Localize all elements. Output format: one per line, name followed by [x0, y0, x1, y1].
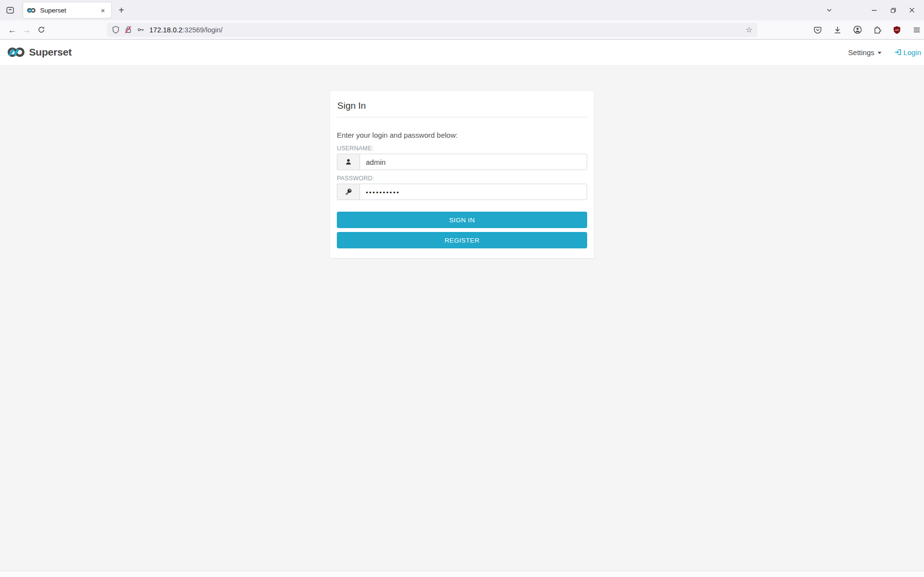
forward-arrow-icon: →	[22, 26, 31, 34]
password-input-group	[337, 184, 587, 200]
pocket-icon	[813, 26, 822, 34]
downloads-button[interactable]	[830, 23, 845, 37]
account-icon	[853, 25, 862, 34]
download-icon	[833, 26, 842, 34]
superset-favicon-icon	[27, 7, 36, 14]
key-icon	[345, 188, 352, 196]
browser-tab-superset[interactable]: Superset ×	[23, 2, 111, 18]
username-addon	[337, 154, 360, 170]
minimize-icon	[870, 6, 878, 14]
browser-window: Superset × +	[0, 0, 924, 577]
header-nav: Settings Login	[848, 48, 921, 57]
ublock-origin-button[interactable]: uO	[890, 23, 904, 37]
tab-title: Superset	[40, 7, 98, 14]
back-arrow-icon: ←	[8, 26, 16, 34]
register-button[interactable]: REGISTER	[337, 232, 587, 248]
firefox-view-icon	[6, 6, 14, 14]
site-header: Superset Settings Login	[0, 40, 924, 65]
list-all-tabs-button[interactable]	[823, 4, 836, 16]
sign-in-button[interactable]: SIGN IN	[337, 212, 587, 228]
forward-button[interactable]: →	[19, 23, 34, 37]
restore-window-icon	[890, 7, 897, 14]
firefox-view-button[interactable]	[3, 3, 17, 17]
close-icon	[908, 6, 916, 14]
page-content: Sign In Enter your login and password be…	[0, 65, 924, 577]
tracking-protection-shield-icon[interactable]	[112, 26, 120, 34]
close-icon: ×	[101, 6, 105, 14]
hamburger-menu-icon	[912, 26, 921, 34]
user-icon	[345, 158, 352, 166]
ublock-label: uO	[895, 28, 899, 31]
chevron-down-icon	[825, 6, 833, 14]
password-label: PASSWORD:	[337, 175, 587, 182]
extensions-button[interactable]	[870, 23, 884, 37]
superset-logo-icon	[6, 46, 27, 58]
panel-title: Sign In	[337, 98, 587, 111]
tab-bar: Superset × +	[0, 0, 924, 20]
instruction-text: Enter your login and password below:	[337, 131, 587, 139]
settings-label: Settings	[848, 48, 874, 57]
sign-in-panel: Sign In Enter your login and password be…	[330, 90, 594, 259]
sign-in-form: Enter your login and password below: USE…	[337, 117, 587, 251]
reload-button[interactable]	[34, 23, 48, 37]
bookmark-star-button[interactable]: ☆	[746, 25, 752, 34]
password-addon	[337, 184, 360, 200]
username-label: USERNAME:	[337, 145, 587, 152]
plus-icon: +	[118, 5, 124, 16]
username-input-group	[337, 154, 587, 170]
save-to-pocket-button[interactable]	[810, 23, 825, 37]
superset-brand[interactable]: Superset	[6, 46, 72, 58]
username-input[interactable]	[360, 154, 587, 170]
star-icon: ☆	[746, 26, 752, 34]
caret-down-icon	[878, 52, 881, 54]
minimize-button[interactable]	[868, 4, 881, 16]
navigation-toolbar: ← →	[0, 20, 924, 40]
puzzle-piece-icon	[873, 26, 881, 34]
settings-menu[interactable]: Settings	[848, 48, 881, 57]
window-controls	[823, 4, 918, 16]
ublock-shield-icon: uO	[893, 26, 901, 34]
tab-close-button[interactable]: ×	[98, 5, 108, 15]
maximize-button[interactable]	[887, 4, 899, 16]
insecure-lock-icon[interactable]	[124, 26, 132, 34]
page-footer	[0, 571, 924, 577]
url-path: :32569/login/	[183, 26, 223, 34]
new-tab-button[interactable]: +	[114, 3, 129, 17]
back-button[interactable]: ←	[5, 23, 19, 37]
close-window-button[interactable]	[906, 4, 918, 16]
url-bar[interactable]: 172.18.0.2:32569/login/ ☆	[107, 23, 757, 37]
sign-in-icon	[894, 48, 902, 56]
account-button[interactable]	[850, 23, 865, 37]
reload-icon	[37, 26, 45, 34]
login-link[interactable]: Login	[894, 48, 921, 57]
brand-title: Superset	[29, 46, 72, 58]
toolbar-actions: uO	[810, 23, 924, 37]
login-label: Login	[903, 48, 921, 57]
url-host: 172.18.0.2	[149, 26, 183, 34]
menu-button[interactable]	[910, 23, 924, 37]
url-text[interactable]: 172.18.0.2:32569/login/	[149, 26, 223, 34]
password-input[interactable]	[360, 184, 587, 200]
saved-login-key-icon[interactable]	[137, 26, 145, 34]
